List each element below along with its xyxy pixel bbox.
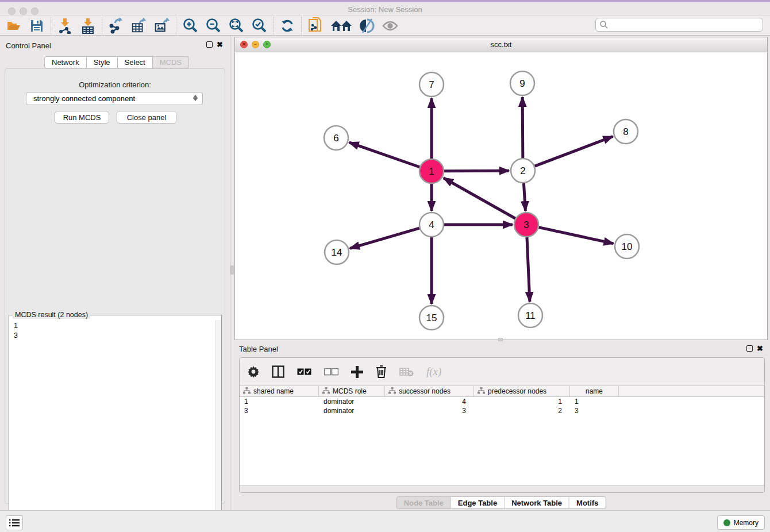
graph-node-label-3: 3 [523,219,529,230]
column-header-name[interactable]: name [570,386,619,396]
column-header-predecessor-nodes[interactable]: predecessor nodes [474,386,570,396]
graph-node-label-14: 14 [332,247,342,258]
column-header-label: shared name [253,387,294,395]
edge-3-11[interactable] [527,237,530,302]
result-scrollbar[interactable] [215,320,221,530]
eye-icon[interactable] [382,18,398,34]
column-type-icon [243,387,251,396]
style-toggle-icon[interactable] [359,18,375,34]
tab-style[interactable]: Style [87,56,118,68]
delete-column-icon[interactable] [376,365,387,378]
table-toolbar: f(x) [240,358,764,385]
graph-node-label-11: 11 [525,310,536,321]
float-panel-icon[interactable] [206,41,213,48]
optimization-dropdown[interactable]: strongly connected component [26,92,203,105]
table-cell[interactable]: 3 [240,406,319,415]
close-panel-icon[interactable]: ✖ [217,41,223,48]
table-tab-network-table[interactable]: Network Table [505,496,569,509]
tab-mcds[interactable]: MCDS [153,56,189,68]
show-columns-icon[interactable] [272,365,284,378]
column-header-label: MCDS role [333,387,367,395]
table-header-row[interactable]: shared nameMCDS rolesuccessor nodesprede… [240,385,764,397]
edge-3-10[interactable] [538,228,613,244]
table-hscroll-strip[interactable] [240,485,764,492]
search-icon [599,20,609,29]
zoom-selected-icon[interactable] [251,18,267,34]
task-history-button[interactable] [6,515,23,530]
table-cell[interactable]: 1 [474,397,570,406]
table-tab-edge-table[interactable]: Edge Table [451,496,505,509]
search-field[interactable] [595,18,763,32]
table-cell[interactable]: dominator [319,406,385,415]
table-body: 1dominator4113dominator323 [240,397,764,415]
table-cell[interactable]: 1 [570,397,619,406]
splitter-handle[interactable] [230,265,234,275]
column-header-shared-name[interactable]: shared name [240,386,319,396]
save-session-icon[interactable] [29,18,45,34]
titlebar: Session: New Session [0,2,770,16]
table-cell[interactable]: 4 [385,397,474,406]
deselect-all-icon[interactable] [324,368,338,376]
table-row[interactable]: 1dominator411 [240,397,764,406]
edge-2-9[interactable] [522,97,523,158]
edge-2-8[interactable] [535,137,613,167]
network-view-window: ✕ − + scc.txt 7968124314101511 [234,37,768,340]
run-mcds-button[interactable]: Run MCDS [55,111,109,124]
tab-network[interactable]: Network [44,56,87,68]
edge-3-1[interactable] [444,178,515,218]
table-cell[interactable]: 1 [240,397,319,406]
optimization-label: Optimization criterion: [5,80,225,89]
network-graph-canvas[interactable]: 7968124314101511 [235,52,767,340]
memory-button[interactable]: Memory [717,515,765,530]
mcds-result-item: 1 [14,321,221,331]
select-all-icon[interactable] [297,368,311,376]
table-tab-node-table[interactable]: Node Table [396,496,451,509]
zoom-in-icon[interactable] [182,18,198,34]
column-header-MCDS-role[interactable]: MCDS role [319,386,385,396]
add-column-icon[interactable] [351,366,363,378]
table-settings-gear-icon[interactable] [248,366,259,377]
export-table-icon[interactable] [131,18,147,34]
open-session-icon[interactable] [6,18,22,34]
edge-2-3[interactable] [523,183,525,211]
table-row[interactable]: 3dominator323 [240,406,764,415]
dropdown-stepper-icon [193,95,198,101]
clone-network-icon[interactable] [307,18,324,34]
edge-1-2[interactable] [444,171,509,171]
table-cell[interactable]: dominator [319,397,385,406]
search-input[interactable] [609,21,763,29]
home-view-icon[interactable] [330,18,352,34]
main-toolbar [0,16,770,36]
network-window-titlebar[interactable]: ✕ − + scc.txt [235,37,767,52]
export-image-icon[interactable] [154,18,170,34]
column-header-label: successor nodes [399,387,451,395]
mcds-tab-content: Optimization criterion: strongly connect… [5,68,225,504]
import-network-icon[interactable] [57,18,73,34]
table-float-icon[interactable] [746,345,753,352]
edge-1-6[interactable] [349,142,420,167]
export-network-icon[interactable] [108,18,124,34]
column-header-label: predecessor nodes [488,387,546,395]
import-table-icon[interactable] [80,18,96,34]
graph-node-label-1: 1 [429,166,434,177]
mcds-result-item: 3 [14,331,221,341]
table-cell[interactable]: 3 [570,406,619,415]
network-resize-handle[interactable] [498,338,503,341]
delete-table-icon[interactable] [399,367,414,377]
function-builder-icon[interactable]: f(x) [426,365,441,378]
graph-node-label-4: 4 [429,219,434,230]
close-panel-button[interactable]: Close panel [117,111,176,124]
tab-select[interactable]: Select [118,56,153,68]
column-type-icon [478,387,485,396]
column-header-successor-nodes[interactable]: successor nodes [385,386,474,396]
refresh-icon[interactable] [279,18,295,34]
table-tab-motifs[interactable]: Motifs [569,496,606,509]
table-close-icon[interactable]: ✖ [757,345,763,352]
edge-4-14[interactable] [350,228,419,248]
zoom-fit-icon[interactable] [228,18,244,34]
table-cell[interactable]: 2 [474,406,570,415]
table-cell[interactable]: 3 [385,406,474,415]
zoom-out-icon[interactable] [205,18,221,34]
mcds-result-box: MCDS result (2 nodes) 13 [9,315,222,532]
column-type-icon [388,387,396,396]
